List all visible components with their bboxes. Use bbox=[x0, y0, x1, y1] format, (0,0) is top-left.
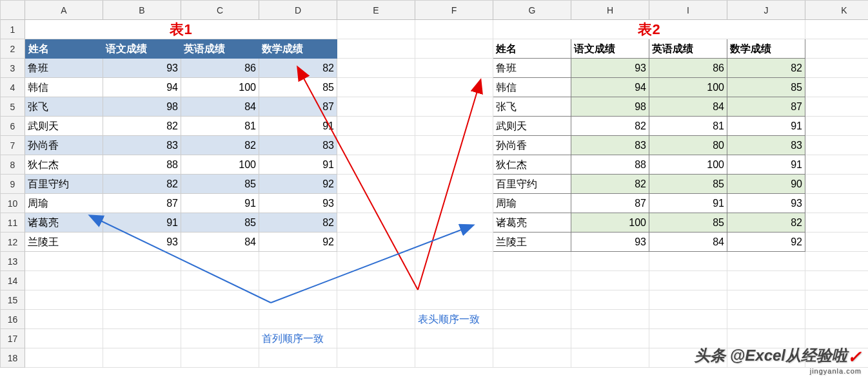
t1-r8-c1[interactable]: 91 bbox=[103, 213, 181, 233]
t2-r9-c3[interactable]: 92 bbox=[727, 233, 805, 252]
cell-K16[interactable] bbox=[805, 310, 868, 329]
cell-C15[interactable] bbox=[181, 290, 259, 310]
t2-r9-c1[interactable]: 93 bbox=[571, 233, 649, 252]
cell-J15[interactable] bbox=[727, 290, 805, 310]
cell-E13[interactable] bbox=[337, 252, 415, 271]
cell-I13[interactable] bbox=[649, 252, 727, 271]
cell-A15[interactable] bbox=[25, 290, 103, 310]
t2-r3-c1[interactable]: 82 bbox=[571, 117, 649, 136]
cell-K9[interactable] bbox=[805, 175, 868, 194]
t1-header-0[interactable]: 姓名 bbox=[25, 39, 103, 59]
cell-H18[interactable] bbox=[571, 348, 649, 368]
select-all-corner[interactable] bbox=[1, 1, 25, 20]
t1-r5-c2[interactable]: 100 bbox=[181, 155, 259, 175]
t1-r6-c2[interactable]: 85 bbox=[181, 175, 259, 194]
t2-r0-c0[interactable]: 鲁班 bbox=[493, 59, 571, 78]
cell-E10[interactable] bbox=[337, 194, 415, 213]
cell-B14[interactable] bbox=[103, 271, 181, 290]
cell-A13[interactable] bbox=[25, 252, 103, 271]
col-header-D[interactable]: D bbox=[259, 1, 337, 20]
cell-K8[interactable] bbox=[805, 155, 868, 175]
t1-r2-c2[interactable]: 84 bbox=[181, 97, 259, 117]
t2-r1-c1[interactable]: 94 bbox=[571, 78, 649, 97]
cell-B16[interactable] bbox=[103, 310, 181, 329]
cell-F9[interactable] bbox=[415, 175, 493, 194]
cell-H14[interactable] bbox=[571, 271, 649, 290]
cell-F1[interactable] bbox=[415, 20, 493, 39]
cell-K2[interactable] bbox=[805, 39, 868, 59]
cell-E7[interactable] bbox=[337, 136, 415, 155]
t1-r1-c0[interactable]: 韩信 bbox=[25, 78, 103, 97]
t2-header-2[interactable]: 英语成绩 bbox=[649, 39, 727, 59]
row-header-4[interactable]: 4 bbox=[1, 78, 25, 97]
row-header-2[interactable]: 2 bbox=[1, 39, 25, 59]
t1-r2-c3[interactable]: 87 bbox=[259, 97, 337, 117]
t1-r6-c1[interactable]: 82 bbox=[103, 175, 181, 194]
cell-B15[interactable] bbox=[103, 290, 181, 310]
cell-G13[interactable] bbox=[493, 252, 571, 271]
t1-r8-c3[interactable]: 82 bbox=[259, 213, 337, 233]
row-header-10[interactable]: 10 bbox=[1, 194, 25, 213]
cell-F3[interactable] bbox=[415, 59, 493, 78]
cell-B13[interactable] bbox=[103, 252, 181, 271]
t2-r8-c0[interactable]: 诸葛亮 bbox=[493, 213, 571, 233]
t2-r7-c3[interactable]: 93 bbox=[727, 194, 805, 213]
t1-r2-c1[interactable]: 98 bbox=[103, 97, 181, 117]
t2-r9-c2[interactable]: 84 bbox=[649, 233, 727, 252]
t1-r0-c3[interactable]: 82 bbox=[259, 59, 337, 78]
t2-r8-c1[interactable]: 100 bbox=[571, 213, 649, 233]
cell-F4[interactable] bbox=[415, 78, 493, 97]
t1-r4-c0[interactable]: 孙尚香 bbox=[25, 136, 103, 155]
row-header-18[interactable]: 18 bbox=[1, 348, 25, 368]
row-header-13[interactable]: 13 bbox=[1, 252, 25, 271]
cell-C13[interactable] bbox=[181, 252, 259, 271]
t2-header-3[interactable]: 数学成绩 bbox=[727, 39, 805, 59]
cell-F15[interactable] bbox=[415, 290, 493, 310]
t1-header-2[interactable]: 英语成绩 bbox=[181, 39, 259, 59]
t1-r4-c2[interactable]: 82 bbox=[181, 136, 259, 155]
cell-E15[interactable] bbox=[337, 290, 415, 310]
t2-header-0[interactable]: 姓名 bbox=[493, 39, 571, 59]
t2-r0-c2[interactable]: 86 bbox=[649, 59, 727, 78]
cell-D16[interactable] bbox=[259, 310, 337, 329]
cell-E17[interactable] bbox=[337, 329, 415, 348]
cell-E14[interactable] bbox=[337, 271, 415, 290]
col-header-B[interactable]: B bbox=[103, 1, 181, 20]
t1-r1-c2[interactable]: 100 bbox=[181, 78, 259, 97]
t2-r5-c3[interactable]: 91 bbox=[727, 155, 805, 175]
spreadsheet-grid[interactable]: ABCDEFGHIJK1表1表22姓名语文成绩英语成绩数学成绩姓名语文成绩英语成… bbox=[0, 0, 868, 368]
cell-I15[interactable] bbox=[649, 290, 727, 310]
col-header-G[interactable]: G bbox=[493, 1, 571, 20]
row-header-11[interactable]: 11 bbox=[1, 213, 25, 233]
col-header-J[interactable]: J bbox=[727, 1, 805, 20]
cell-A16[interactable] bbox=[25, 310, 103, 329]
t1-r4-c1[interactable]: 83 bbox=[103, 136, 181, 155]
cell-F10[interactable] bbox=[415, 194, 493, 213]
t2-r8-c3[interactable]: 82 bbox=[727, 213, 805, 233]
t1-r7-c0[interactable]: 周瑜 bbox=[25, 194, 103, 213]
t2-r2-c1[interactable]: 98 bbox=[571, 97, 649, 117]
cell-F5[interactable] bbox=[415, 97, 493, 117]
row-header-17[interactable]: 17 bbox=[1, 329, 25, 348]
cell-C17[interactable] bbox=[181, 329, 259, 348]
cell-F2[interactable] bbox=[415, 39, 493, 59]
cell-I14[interactable] bbox=[649, 271, 727, 290]
cell-F17[interactable] bbox=[415, 329, 493, 348]
row-header-15[interactable]: 15 bbox=[1, 290, 25, 310]
t2-r5-c1[interactable]: 88 bbox=[571, 155, 649, 175]
cell-H16[interactable] bbox=[571, 310, 649, 329]
t1-r7-c2[interactable]: 91 bbox=[181, 194, 259, 213]
t2-r3-c0[interactable]: 武则天 bbox=[493, 117, 571, 136]
cell-H13[interactable] bbox=[571, 252, 649, 271]
t1-r9-c0[interactable]: 兰陵王 bbox=[25, 233, 103, 252]
cell-K12[interactable] bbox=[805, 233, 868, 252]
cell-K6[interactable] bbox=[805, 117, 868, 136]
t2-r8-c2[interactable]: 85 bbox=[649, 213, 727, 233]
row-header-1[interactable]: 1 bbox=[1, 20, 25, 39]
t2-r2-c3[interactable]: 87 bbox=[727, 97, 805, 117]
t2-r0-c3[interactable]: 82 bbox=[727, 59, 805, 78]
row-header-9[interactable]: 9 bbox=[1, 175, 25, 194]
t2-r7-c2[interactable]: 91 bbox=[649, 194, 727, 213]
col-header-I[interactable]: I bbox=[649, 1, 727, 20]
cell-E2[interactable] bbox=[337, 39, 415, 59]
